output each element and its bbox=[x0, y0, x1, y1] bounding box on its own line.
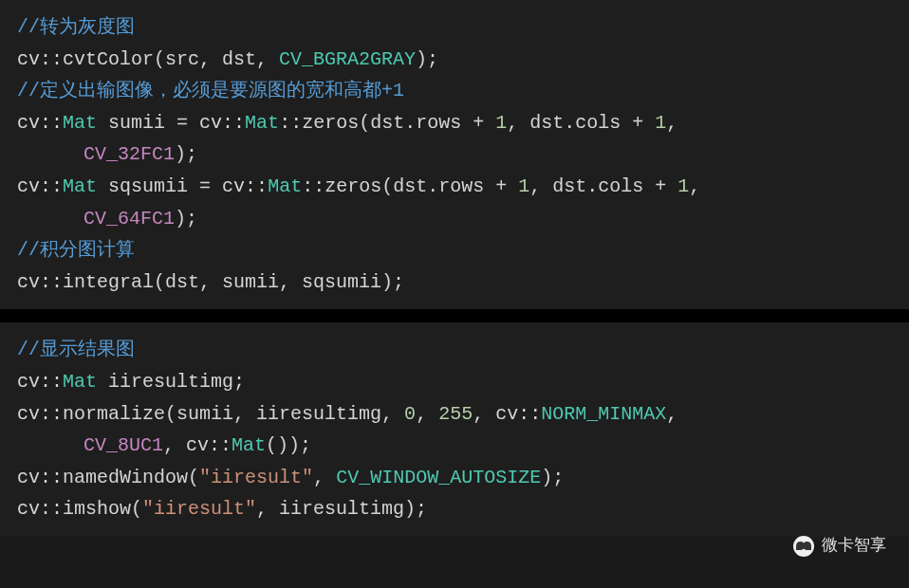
indent: CV_32FC1); bbox=[17, 138, 197, 171]
punct-token: , cv bbox=[163, 434, 209, 456]
number-token: 1 bbox=[518, 175, 529, 197]
function-token: cvtColor bbox=[63, 48, 154, 70]
scope-token: :: bbox=[40, 175, 63, 197]
type-token: Mat bbox=[63, 371, 97, 393]
punct-token bbox=[643, 112, 655, 134]
namespace-token: cv bbox=[211, 175, 245, 197]
constant-token: CV_BGRA2GRAY bbox=[279, 48, 416, 70]
scope-token: :: bbox=[40, 371, 63, 393]
type-token: Mat bbox=[245, 112, 279, 134]
number-token: 0 bbox=[404, 403, 416, 425]
punct-token: (dst.rows bbox=[381, 175, 495, 197]
namespace-token: cv bbox=[17, 467, 40, 488]
constant-token: NORM_MINMAX bbox=[541, 403, 666, 425]
code-line: CV_8UC1, cv::Mat()); bbox=[17, 430, 892, 462]
function-token: integral bbox=[63, 271, 154, 293]
punct-token: , bbox=[689, 175, 700, 197]
comment-text: //定义出输图像，必须是要源图的宽和高都+1 bbox=[17, 80, 404, 101]
code-line: cv::Mat iiresultimg; bbox=[17, 366, 892, 398]
function-token: normalize bbox=[63, 403, 165, 425]
namespace-token: cv bbox=[188, 112, 222, 134]
namespace-token: cv bbox=[17, 112, 40, 134]
punct-token: , cv bbox=[473, 403, 518, 425]
constant-token: CV_WINDOW_AUTOSIZE bbox=[336, 467, 541, 488]
code-line: cv::Mat sqsumii = cv::Mat::zeros(dst.row… bbox=[17, 171, 892, 203]
scope-token: :: bbox=[245, 175, 268, 197]
code-line: //积分图计算 bbox=[17, 234, 892, 266]
code-block-2: //显示结果图cv::Mat iiresultimg;cv::normalize… bbox=[0, 322, 909, 537]
type-token: Mat bbox=[63, 175, 97, 197]
scope-token: :: bbox=[40, 467, 63, 488]
namespace-token: cv bbox=[17, 498, 40, 520]
scope-token: :: bbox=[40, 48, 63, 70]
code-block-1: //转为灰度图cv::cvtColor(src, dst, CV_BGRA2GR… bbox=[0, 0, 909, 309]
punct-token: ); bbox=[541, 467, 564, 488]
code-line: CV_32FC1); bbox=[17, 138, 892, 171]
comment-text: //转为灰度图 bbox=[17, 16, 135, 38]
code-line: //转为灰度图 bbox=[17, 11, 892, 44]
namespace-token: cv bbox=[17, 271, 40, 293]
type-token: Mat bbox=[63, 112, 97, 134]
indent: CV_8UC1, cv::Mat()); bbox=[17, 430, 311, 462]
watermark: 微卡智享 bbox=[793, 532, 886, 560]
scope-token: :: bbox=[209, 434, 232, 456]
punct-token: (dst.rows bbox=[359, 112, 473, 134]
function-token: zeros bbox=[325, 175, 381, 197]
punct-token: , dst.cols bbox=[507, 112, 632, 134]
function-token: namedWindow bbox=[63, 467, 188, 488]
punct-token: , iiresultimg); bbox=[256, 498, 427, 520]
function-token: zeros bbox=[302, 112, 359, 134]
string-token: "iiresult" bbox=[142, 498, 256, 520]
punct-token: ); bbox=[416, 48, 438, 70]
identifier-token: sqsumii bbox=[97, 175, 199, 197]
number-token: 255 bbox=[438, 403, 473, 425]
code-line: //定义出输图像，必须是要源图的宽和高都+1 bbox=[17, 75, 892, 107]
indent: CV_64FC1); bbox=[17, 203, 197, 235]
punct-token: ( bbox=[188, 467, 199, 488]
identifier-token: sumii bbox=[97, 112, 176, 134]
punct-token: ); bbox=[175, 208, 197, 230]
scope-token: :: bbox=[40, 271, 63, 293]
operator-token: + bbox=[655, 175, 666, 197]
block-divider bbox=[0, 309, 909, 322]
code-line: cv::integral(dst, sumii, sqsumii); bbox=[17, 266, 892, 299]
comment-text: //积分图计算 bbox=[17, 239, 135, 261]
code-line: //显示结果图 bbox=[17, 334, 892, 366]
namespace-token: cv bbox=[17, 371, 40, 393]
constant-token: CV_8UC1 bbox=[83, 434, 163, 456]
namespace-token: cv bbox=[17, 403, 40, 425]
operator-token: + bbox=[473, 112, 484, 134]
punct-token: ( bbox=[131, 498, 142, 520]
scope-token: :: bbox=[40, 498, 63, 520]
punct-token bbox=[484, 112, 495, 134]
punct-token: , bbox=[666, 112, 677, 134]
constant-token: CV_64FC1 bbox=[83, 208, 175, 230]
code-line: cv::Mat sumii = cv::Mat::zeros(dst.rows … bbox=[17, 107, 892, 139]
identifier-token: iiresultimg; bbox=[97, 371, 245, 393]
number-token: 1 bbox=[655, 112, 666, 134]
string-token: "iiresult" bbox=[199, 467, 313, 488]
scope-token: :: bbox=[302, 175, 325, 197]
code-line: cv::namedWindow("iiresult", CV_WINDOW_AU… bbox=[17, 462, 892, 494]
number-token: 1 bbox=[677, 175, 689, 197]
punct-token: , bbox=[666, 403, 677, 425]
punct-token: ()); bbox=[266, 434, 311, 456]
code-line: cv::normalize(sumii, iiresultimg, 0, 255… bbox=[17, 398, 892, 431]
scope-token: :: bbox=[40, 112, 63, 134]
watermark-text: 微卡智享 bbox=[822, 532, 886, 560]
code-pre-2: //显示结果图cv::Mat iiresultimg;cv::normalize… bbox=[17, 334, 892, 525]
punct-token bbox=[666, 175, 677, 197]
function-token: imshow bbox=[63, 498, 131, 520]
wechat-icon bbox=[793, 536, 814, 557]
punct-token: ); bbox=[175, 143, 197, 165]
scope-token: :: bbox=[40, 403, 63, 425]
punct-token: , bbox=[313, 467, 336, 488]
operator-token: + bbox=[495, 175, 507, 197]
operator-token: = bbox=[199, 175, 211, 197]
punct-token: (sumii, iiresultimg, bbox=[165, 403, 404, 425]
namespace-token: cv bbox=[17, 175, 40, 197]
punct-token: , dst.cols bbox=[529, 175, 655, 197]
type-token: Mat bbox=[268, 175, 302, 197]
punct-token bbox=[507, 175, 518, 197]
code-line: cv::cvtColor(src, dst, CV_BGRA2GRAY); bbox=[17, 44, 892, 76]
